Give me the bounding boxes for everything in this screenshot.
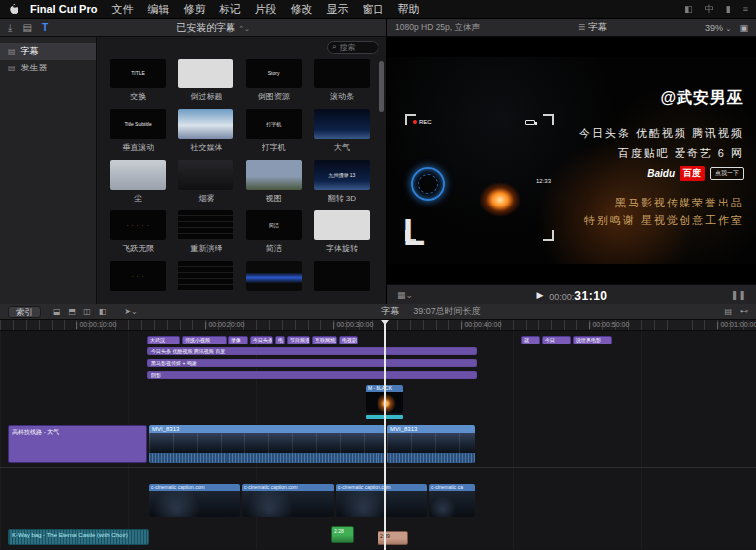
title-thumbnail[interactable]: 视图 bbox=[243, 160, 305, 203]
title-clip[interactable]: 今日 bbox=[542, 336, 571, 344]
insert-edit-icon[interactable]: ⬒ bbox=[69, 307, 76, 316]
viewer-header: 1080p HD 25p, 立体声 ≣ 字幕 39% ⌄ ▣ bbox=[387, 19, 756, 37]
title-thumbnail[interactable]: 字体旋转 bbox=[311, 210, 373, 253]
category-icon: ▤ bbox=[8, 47, 16, 56]
menu-item[interactable]: 片段 bbox=[254, 2, 276, 17]
title-thumbnail[interactable]: · · · · ·飞跃无限 bbox=[107, 210, 169, 253]
title-thumbnail[interactable]: 倒过标题 bbox=[175, 59, 236, 101]
storyline-video-clip[interactable]: MVI_8313 bbox=[149, 425, 385, 463]
menu-item[interactable]: 标记 bbox=[219, 2, 240, 17]
title-thumbnail[interactable]: 重新演绎 bbox=[175, 210, 236, 253]
sidebar-item-字幕[interactable]: ▤字幕 bbox=[0, 43, 96, 60]
browser-content: ⌕ TITLE交换倒过标题Story倒图资源滚动条Title Subtitle垂… bbox=[97, 37, 386, 304]
search-input[interactable] bbox=[339, 43, 373, 52]
title-clip[interactable]: 说世界电影 bbox=[573, 336, 612, 344]
input-source-icon[interactable]: 中 bbox=[705, 3, 714, 16]
zoom-slider-icon[interactable]: ⊷ bbox=[740, 307, 748, 316]
title-thumbnail[interactable]: · · · bbox=[107, 261, 169, 304]
title-bar-clip[interactable]: 阴影 bbox=[147, 371, 477, 379]
title-thumbnail[interactable] bbox=[311, 261, 373, 304]
clip-thumb bbox=[242, 491, 334, 517]
title-clip[interactable]: 大武汉 bbox=[147, 336, 180, 344]
credit-line2: 特别鸣谢 星视觉创意工作室 bbox=[584, 213, 744, 228]
title-clip[interactable]: 互联网精选 bbox=[312, 336, 337, 344]
append-edit-icon[interactable]: ◫ bbox=[83, 307, 91, 316]
title-thumbnail-label: 倒图资源 bbox=[258, 91, 290, 101]
title-thumbnail[interactable]: Story倒图资源 bbox=[243, 59, 305, 101]
clip-appearance-icon[interactable]: ▤ bbox=[724, 307, 732, 316]
title-clip[interactable]: 录像 bbox=[228, 336, 248, 344]
title-bar-clip[interactable]: 今日头条 优酷视频 腾讯视频 百度 bbox=[147, 347, 477, 355]
import-media-icon[interactable]: ⤓ bbox=[8, 22, 12, 34]
sort-caret-icon[interactable]: ⌃⌄ bbox=[238, 25, 250, 32]
title-thumbnail[interactable]: 大气 bbox=[311, 109, 373, 152]
title-thumbnail[interactable] bbox=[243, 261, 305, 304]
menu-item[interactable]: 窗口 bbox=[362, 2, 383, 17]
storyline-video-clip[interactable]: MVI_8313 bbox=[387, 425, 475, 463]
menu-item[interactable]: 编辑 bbox=[147, 2, 169, 17]
photos-audio-icon[interactable]: ▤ bbox=[22, 22, 31, 33]
cinematic-clip[interactable]: c-cinematic ca bbox=[429, 484, 475, 517]
index-button[interactable]: 索引 bbox=[8, 306, 41, 318]
video-preview: REC 12:33 L @武安男巫 今日头条 优酷视频 腾讯视频 百度贴吧 爱奇… bbox=[387, 57, 756, 264]
title-bar-clip[interactable]: 黑马影视传媒 + 鸣谢 bbox=[147, 359, 477, 367]
title-thumbnail[interactable]: 滚动条 bbox=[311, 59, 373, 101]
title-thumbnail[interactable]: 烟雾 bbox=[175, 160, 236, 203]
title-clip[interactable]: 电 bbox=[275, 336, 285, 344]
title-thumbnail[interactable] bbox=[175, 261, 236, 304]
sidebar-item-发生器[interactable]: ▤发生器 bbox=[0, 60, 96, 76]
title-thumbnail[interactable]: 九州缥缈 13翻转 3D bbox=[311, 160, 373, 203]
cinematic-clip[interactable]: c-cinematic caption.com bbox=[336, 484, 427, 517]
effect-clip[interactable]: 2:39 bbox=[378, 531, 408, 545]
menu-item[interactable]: 显示 bbox=[326, 2, 348, 17]
title-thumbnail[interactable]: TITLE交换 bbox=[107, 59, 169, 101]
title-thumbnail[interactable]: 打字机打字机 bbox=[243, 109, 305, 152]
clip-name-label: c-cinematic ca bbox=[429, 484, 475, 491]
clip-media-icon[interactable]: ▦⌄ bbox=[397, 290, 413, 300]
storyline-title-clip[interactable]: 高科技线路 - 大气 bbox=[8, 425, 147, 463]
viewfinder-corner-icon bbox=[543, 114, 554, 125]
music-clip[interactable]: K-Way bag - The Eternal Castle (with Cho… bbox=[8, 529, 149, 545]
title-clip[interactable]: 今日头条 bbox=[250, 336, 273, 344]
menu-item[interactable]: 文件 bbox=[111, 2, 133, 17]
play-button[interactable]: ▶ bbox=[536, 290, 543, 300]
clip-audio-waveform bbox=[149, 453, 385, 463]
title-clip[interactable]: 传统小视频 bbox=[182, 336, 227, 344]
view-options-icon[interactable]: ▣ bbox=[739, 23, 748, 33]
menu-item[interactable]: 帮助 bbox=[397, 2, 419, 17]
final-cut-pro-window: Final Cut Pro 文件编辑修剪标记片段修改显示窗口帮助 ◧中▮≡ ⤓▤… bbox=[0, 0, 756, 550]
timeline-panel: 索引 ⬓ ⬒ ◫ ◧ ➤⌄ 字幕39:07总时间长度 ▤ ⊷ | 00:00:1… bbox=[0, 304, 756, 550]
timeline-project-info: 字幕39:07总时间长度 bbox=[138, 305, 725, 318]
viewer-zoom-control[interactable]: 39% ⌄ bbox=[705, 23, 731, 33]
connect-edit-icon[interactable]: ⬓ bbox=[53, 307, 61, 316]
control-center-icon[interactable]: ≡ bbox=[743, 4, 748, 14]
viewer-panel: 1080p HD 25p, 立体声 ≣ 字幕 39% ⌄ ▣ REC bbox=[387, 19, 756, 304]
clip-audio-waveform bbox=[387, 453, 475, 463]
title-thumbnail[interactable]: Title Subtitle垂直滚动 bbox=[107, 109, 169, 152]
apple-menu-icon[interactable] bbox=[8, 3, 18, 15]
title-clip[interactable]: 电视剧 bbox=[339, 336, 358, 344]
title-thumbnail[interactable]: 尘 bbox=[107, 160, 169, 203]
arrow-tool-icon[interactable]: ➤⌄ bbox=[124, 307, 137, 316]
display-icon[interactable]: ◧ bbox=[684, 4, 693, 14]
menu-item[interactable]: 修剪 bbox=[183, 2, 205, 17]
title-thumbnail[interactable]: 简洁简洁 bbox=[243, 210, 305, 253]
timeline-ruler[interactable]: | 00:00:10:00| 00:00:20:00| 00:00:30:00|… bbox=[0, 320, 756, 331]
title-clip[interactable]: 就 bbox=[521, 336, 540, 344]
browser-header: ⤓▤T 已安装的字幕⌃⌄ bbox=[0, 19, 386, 37]
search-box[interactable]: ⌕ bbox=[327, 41, 378, 54]
storyline-divider bbox=[0, 467, 756, 468]
effect-clip[interactable]: 2:28 bbox=[331, 526, 354, 543]
audio-meters-icon[interactable]: ❚❚ bbox=[731, 290, 746, 300]
cinematic-clip[interactable]: c-cinematic caption.com bbox=[242, 484, 334, 517]
timecode-display: 00:00:31:10 bbox=[549, 286, 607, 304]
title-clip[interactable]: 节目频道 bbox=[287, 336, 310, 344]
overwrite-edit-icon[interactable]: ◧ bbox=[99, 307, 107, 316]
cinematic-clip[interactable]: c-cinematic caption.com bbox=[149, 484, 240, 517]
playhead[interactable] bbox=[384, 320, 386, 550]
app-menu-title[interactable]: Final Cut Pro bbox=[30, 3, 97, 15]
browser-scrollbar[interactable] bbox=[379, 61, 384, 112]
menu-item[interactable]: 修改 bbox=[290, 2, 312, 17]
battery-icon[interactable]: ▮ bbox=[726, 4, 731, 14]
title-thumbnail[interactable]: 社交媒体 bbox=[175, 109, 236, 152]
